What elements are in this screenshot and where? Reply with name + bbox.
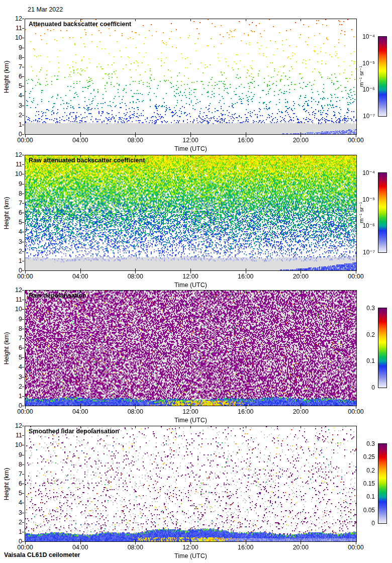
y-tick-mark (22, 38, 24, 38)
x-tick-label: 16:00 (238, 273, 253, 280)
y-tick-label: 4 (10, 228, 22, 235)
x-tick-mark-inner (80, 539, 81, 541)
y-axis-title: Height (km) (3, 60, 10, 93)
y-tick-mark (22, 309, 24, 310)
x-tick-mark-inner (190, 268, 191, 270)
y-tick-mark (22, 242, 24, 242)
y-tick-mark (22, 493, 24, 494)
x-tick-label: 00:00 (17, 137, 33, 144)
y-tick-mark (22, 484, 24, 484)
y-axis-title: Height (km) (3, 467, 10, 500)
x-tick-mark-top (80, 19, 81, 21)
x-tick-label: 20:00 (293, 408, 309, 415)
attenuated-backscatter-heatmap-canvas (25, 19, 356, 134)
colorbar-tick-label: 0.3 (346, 305, 375, 312)
y-tick-mark (22, 232, 24, 232)
colorbar-tick-label: 0.1 (346, 493, 375, 500)
y-tick-mark (22, 541, 24, 542)
y-tick-mark (22, 28, 24, 29)
x-tick-label: 12:00 (182, 273, 198, 280)
y-tick-mark (22, 106, 24, 106)
colorbar-units-label: m⁻¹ sr⁻¹ (358, 202, 365, 223)
y-tick-mark (22, 86, 24, 86)
colorbar-tick-label: 10⁻⁶ (346, 86, 375, 93)
x-tick-label: 16:00 (238, 544, 253, 551)
x-tick-mark-top (135, 426, 136, 428)
y-tick-label: 8 (10, 461, 22, 468)
y-tick-mark (22, 290, 24, 291)
x-tick-label: 00:00 (348, 273, 363, 280)
y-tick-mark (22, 396, 24, 397)
y-tick-mark (22, 357, 24, 358)
x-tick-mark-top (135, 155, 136, 157)
y-tick-label: 1 (10, 121, 22, 128)
y-tick-label: 11 (10, 25, 22, 32)
y-tick-label: 7 (10, 63, 22, 70)
panel-title: Attenuated backscatter coefficient (29, 21, 131, 28)
x-tick-label: 00:00 (348, 137, 363, 144)
y-tick-label: 5 (10, 219, 22, 226)
y-tick-label: 9 (10, 451, 22, 458)
x-tick-label: 04:00 (72, 408, 88, 415)
y-tick-label: 7 (10, 471, 22, 478)
plot-area: Smoothed lidar depolarisation (25, 426, 357, 542)
y-tick-label: 5 (10, 82, 22, 89)
y-tick-label: 6 (10, 480, 22, 487)
y-tick-mark (22, 96, 24, 96)
y-tick-label: 11 (10, 296, 22, 303)
y-tick-label: 12 (10, 287, 22, 294)
x-tick-mark-top (301, 155, 301, 157)
x-tick-mark-top (80, 155, 81, 157)
colorbar (378, 443, 387, 524)
y-tick-mark (22, 251, 24, 252)
colorbar-tick-label: 10⁻⁶ (346, 222, 375, 229)
colorbar-tick-label: 0.1 (346, 357, 375, 364)
x-tick-mark-inner (80, 132, 81, 134)
x-tick-label: 12:00 (182, 408, 198, 415)
x-tick-label: 00:00 (17, 408, 33, 415)
x-tick-label: 08:00 (128, 544, 143, 551)
y-tick-label: 9 (10, 316, 22, 323)
y-tick-mark (22, 134, 24, 135)
y-tick-label: 10 (10, 34, 22, 41)
plot-area: Raw depolarisation (25, 290, 357, 406)
ceilometer-quicklook-page: 21 Mar 2022 Height (km)0123456789101112A… (0, 0, 392, 563)
y-tick-label: 3 (10, 102, 22, 109)
x-tick-label: 04:00 (72, 137, 88, 144)
y-tick-mark (22, 222, 24, 223)
y-tick-mark (22, 57, 24, 58)
x-tick-mark-inner (135, 132, 136, 134)
x-axis-title: Time (UTC) (174, 282, 207, 289)
colorbar-tick-label: 10⁻⁴ (346, 33, 375, 40)
y-tick-mark (22, 387, 24, 387)
y-tick-label: 2 (10, 383, 22, 390)
colorbar-tick-label: 0 (346, 520, 375, 527)
colorbar-tick-label: 0.05 (346, 507, 375, 514)
x-tick-mark-inner (301, 539, 301, 541)
y-tick-label: 12 (10, 151, 22, 158)
y-tick-mark (22, 513, 24, 513)
panel-title: Raw attenuated backscatter coefficient (29, 157, 145, 164)
colorbar-canvas (378, 308, 386, 388)
colorbar-canvas (378, 37, 386, 116)
y-tick-label: 3 (10, 373, 22, 381)
x-tick-mark-top (190, 155, 191, 157)
y-tick-label: 11 (10, 161, 22, 168)
x-tick-label: 12:00 (182, 137, 198, 144)
panel-title: Raw depolarisation (29, 292, 86, 299)
x-tick-mark-inner (190, 539, 191, 541)
x-tick-mark-inner (246, 404, 246, 406)
y-tick-mark (22, 445, 24, 445)
x-tick-mark-inner (301, 268, 301, 270)
colorbar-canvas (378, 444, 386, 523)
x-axis-title: Time (UTC) (174, 417, 207, 424)
y-tick-label: 6 (10, 209, 22, 216)
y-tick-label: 1 (10, 393, 22, 400)
x-tick-label: 16:00 (238, 408, 253, 415)
y-tick-label: 10 (10, 441, 22, 448)
y-tick-mark (22, 125, 24, 125)
x-tick-label: 00:00 (17, 273, 33, 280)
colorbar (378, 308, 387, 388)
x-tick-mark-top (135, 19, 136, 21)
colorbar-tick-label: 10⁻⁷ (346, 249, 375, 256)
